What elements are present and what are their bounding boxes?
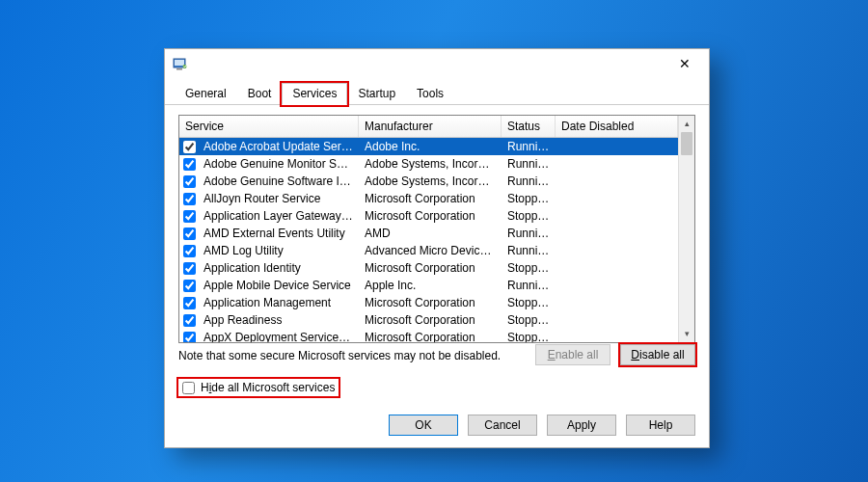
- close-button[interactable]: ✕: [670, 56, 699, 71]
- app-icon: [173, 56, 188, 71]
- status-cell: Stopped: [502, 260, 556, 276]
- manufacturer-cell: Apple Inc.: [359, 278, 502, 293]
- row-checkbox[interactable]: [183, 332, 196, 343]
- date-disabled-cell: [556, 336, 678, 338]
- service-name: Application Layer Gateway Service: [198, 208, 359, 224]
- tab-services[interactable]: Services: [282, 83, 347, 105]
- table-row[interactable]: Adobe Acrobat Update ServiceAdobe Inc.Ru…: [179, 138, 678, 155]
- column-headers[interactable]: Service Manufacturer Status Date Disable…: [179, 116, 678, 138]
- svg-rect-2: [176, 68, 182, 70]
- status-cell: Stopped: [502, 191, 556, 206]
- service-name: AllJoyn Router Service: [198, 191, 326, 206]
- service-name: AMD Log Utility: [198, 243, 289, 258]
- date-disabled-cell: [556, 146, 678, 147]
- table-row[interactable]: Adobe Genuine Software Integri...Adobe S…: [179, 173, 678, 190]
- status-cell: Running: [502, 226, 556, 241]
- manufacturer-cell: Microsoft Corporation: [359, 295, 502, 310]
- desktop-background: ✕ General Boot Services Startup Tools Se…: [0, 0, 868, 482]
- manufacturer-cell: Microsoft Corporation: [359, 191, 502, 206]
- date-disabled-cell: [556, 163, 678, 165]
- table-row[interactable]: Application IdentityMicrosoft Corporatio…: [179, 259, 678, 277]
- table-row[interactable]: Adobe Genuine Monitor ServiceAdobe Syste…: [179, 155, 678, 173]
- col-service[interactable]: Service: [179, 116, 359, 137]
- scroll-down-icon[interactable]: ▾: [679, 326, 694, 342]
- msconfig-dialog: ✕ General Boot Services Startup Tools Se…: [164, 48, 710, 448]
- status-cell: Running: [502, 278, 556, 293]
- table-row[interactable]: AMD Log UtilityAdvanced Micro Devices, I…: [179, 242, 678, 259]
- row-checkbox[interactable]: [183, 228, 196, 240]
- manufacturer-cell: AMD: [359, 226, 502, 241]
- col-manufacturer[interactable]: Manufacturer: [359, 116, 502, 137]
- hide-microsoft-checkbox-label[interactable]: Hide all Microsoft services: [178, 379, 339, 396]
- titlebar: ✕: [165, 49, 709, 78]
- row-checkbox[interactable]: [183, 141, 196, 153]
- hide-microsoft-label: Hide all Microsoft services: [201, 381, 335, 394]
- table-row[interactable]: Application Layer Gateway ServiceMicroso…: [179, 207, 678, 225]
- row-checkbox[interactable]: [183, 175, 196, 188]
- date-disabled-cell: [556, 180, 678, 182]
- table-row[interactable]: Apple Mobile Device ServiceApple Inc.Run…: [179, 277, 678, 294]
- cancel-button[interactable]: Cancel: [468, 415, 537, 436]
- hide-microsoft-checkbox[interactable]: [182, 382, 195, 394]
- status-cell: Running: [502, 243, 556, 258]
- apply-button[interactable]: Apply: [547, 415, 616, 436]
- scroll-thumb[interactable]: [681, 132, 692, 155]
- table-row[interactable]: Application ManagementMicrosoft Corporat…: [179, 294, 678, 311]
- status-cell: Stopped: [502, 330, 556, 342]
- manufacturer-cell: Microsoft Corporation: [359, 260, 502, 276]
- status-cell: Stopped: [502, 295, 556, 310]
- table-row[interactable]: AllJoyn Router ServiceMicrosoft Corporat…: [179, 190, 678, 207]
- service-name: Adobe Genuine Software Integri...: [198, 174, 359, 189]
- service-name: App Readiness: [198, 312, 287, 328]
- service-name: Adobe Genuine Monitor Service: [198, 156, 359, 172]
- table-row[interactable]: AMD External Events UtilityAMDRunning: [179, 225, 678, 242]
- service-name: Apple Mobile Device Service: [198, 278, 357, 293]
- row-checkbox[interactable]: [183, 262, 196, 275]
- service-name: Application Management: [198, 295, 337, 310]
- row-checkbox[interactable]: [183, 210, 196, 223]
- tab-bar: General Boot Services Startup Tools: [165, 78, 709, 105]
- svg-rect-1: [175, 60, 184, 66]
- manufacturer-cell: Adobe Systems, Incorpora...: [359, 174, 502, 189]
- row-checkbox[interactable]: [183, 158, 196, 171]
- date-disabled-cell: [556, 198, 678, 200]
- help-button[interactable]: Help: [626, 415, 695, 436]
- ok-button[interactable]: OK: [389, 415, 458, 436]
- manufacturer-cell: Microsoft Corporation: [359, 312, 502, 328]
- scroll-up-icon[interactable]: ▴: [679, 116, 694, 132]
- row-checkbox[interactable]: [183, 314, 196, 327]
- table-row[interactable]: App ReadinessMicrosoft CorporationStoppe…: [179, 311, 678, 329]
- col-date-disabled[interactable]: Date Disabled: [556, 116, 678, 137]
- status-cell: Running: [502, 174, 556, 189]
- col-status[interactable]: Status: [502, 116, 556, 137]
- enable-all-button: Enable all: [535, 344, 610, 365]
- date-disabled-cell: [556, 267, 678, 269]
- row-checkbox[interactable]: [183, 297, 196, 309]
- tab-startup[interactable]: Startup: [347, 83, 406, 105]
- service-name: Adobe Acrobat Update Service: [198, 139, 359, 154]
- tab-tools[interactable]: Tools: [406, 83, 454, 105]
- dialog-footer: OK Cancel Apply Help: [165, 407, 709, 447]
- services-listview[interactable]: Service Manufacturer Status Date Disable…: [178, 115, 695, 343]
- row-checkbox[interactable]: [183, 245, 196, 257]
- date-disabled-cell: [556, 232, 678, 234]
- date-disabled-cell: [556, 284, 678, 286]
- date-disabled-cell: [556, 319, 678, 321]
- manufacturer-cell: Adobe Inc.: [359, 139, 502, 154]
- row-checkbox[interactable]: [183, 193, 196, 205]
- status-cell: Stopped: [502, 312, 556, 328]
- date-disabled-cell: [556, 302, 678, 304]
- status-cell: Stopped: [502, 208, 556, 224]
- disable-all-button[interactable]: Disable all: [620, 344, 695, 365]
- row-checkbox[interactable]: [183, 280, 196, 292]
- status-cell: Running: [502, 139, 556, 154]
- manufacturer-cell: Microsoft Corporation: [359, 330, 502, 342]
- vertical-scrollbar[interactable]: ▴ ▾: [678, 116, 694, 342]
- services-tab-page: Service Manufacturer Status Date Disable…: [165, 105, 709, 407]
- table-row[interactable]: AppX Deployment Service (AppX...Microsof…: [179, 329, 678, 342]
- date-disabled-cell: [556, 215, 678, 217]
- manufacturer-cell: Advanced Micro Devices, I...: [359, 243, 502, 258]
- tab-general[interactable]: General: [175, 83, 237, 105]
- tab-boot[interactable]: Boot: [237, 83, 283, 105]
- service-name: AMD External Events Utility: [198, 226, 351, 241]
